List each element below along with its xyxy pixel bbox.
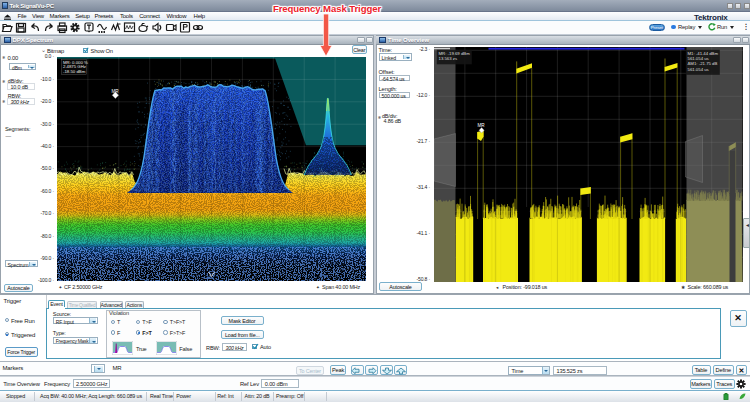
- svg-text:MR: MR: [477, 123, 485, 128]
- svg-text:561.054 us: 561.054 us: [687, 66, 708, 71]
- svg-text:13.563 zs: 13.563 zs: [438, 56, 457, 61]
- svg-text:-18.50 dBm: -18.50 dBm: [63, 69, 86, 74]
- svg-text:MR: -19.69 dBm: MR: -19.69 dBm: [438, 51, 470, 56]
